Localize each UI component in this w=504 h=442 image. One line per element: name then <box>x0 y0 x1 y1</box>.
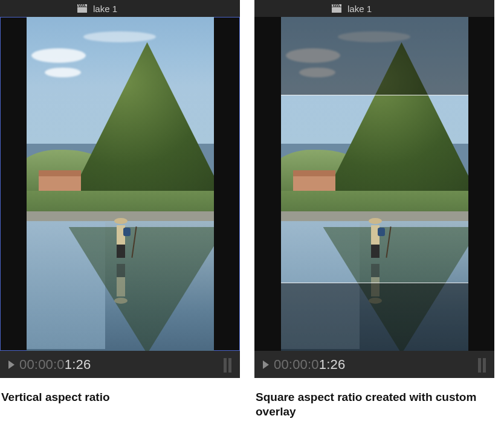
transport-bar: 00:00:01:26 <box>254 351 494 378</box>
caption-right: Square aspect ratio created with custom … <box>254 390 494 420</box>
viewer-panel-left: lake 1 00:00:01:26 <box>0 0 240 378</box>
timecode-prefix: 00:00:0 <box>19 357 65 372</box>
audio-meter <box>224 357 231 373</box>
viewer-titlebar: lake 1 <box>0 0 240 17</box>
video-frame <box>27 17 214 351</box>
audio-meter <box>478 357 486 373</box>
clapperboard-icon <box>77 4 87 13</box>
viewer-panel-right: lake 1 00:00:01:26 <box>254 0 494 378</box>
caption-left: Vertical aspect ratio <box>0 390 240 420</box>
timecode-value: 1:26 <box>319 357 346 372</box>
clapperboard-icon <box>332 4 341 13</box>
play-icon[interactable] <box>263 360 269 369</box>
viewer-canvas[interactable] <box>0 17 240 351</box>
overlay-mask-bottom <box>281 283 468 351</box>
timecode-display: 00:00:01:26 <box>19 357 91 373</box>
svg-rect-0 <box>77 7 87 13</box>
clip-title: lake 1 <box>347 4 372 14</box>
video-frame <box>281 17 468 351</box>
viewer-canvas[interactable] <box>254 17 494 351</box>
play-icon[interactable] <box>8 360 15 369</box>
clip-title: lake 1 <box>93 4 117 14</box>
timecode-display: 00:00:01:26 <box>274 357 345 373</box>
timecode-prefix: 00:00:0 <box>274 357 319 372</box>
viewer-titlebar: lake 1 <box>254 0 494 17</box>
overlay-mask-top <box>281 17 468 95</box>
timecode-value: 1:26 <box>65 357 91 372</box>
svg-rect-2 <box>332 7 341 13</box>
transport-bar: 00:00:01:26 <box>0 351 240 378</box>
